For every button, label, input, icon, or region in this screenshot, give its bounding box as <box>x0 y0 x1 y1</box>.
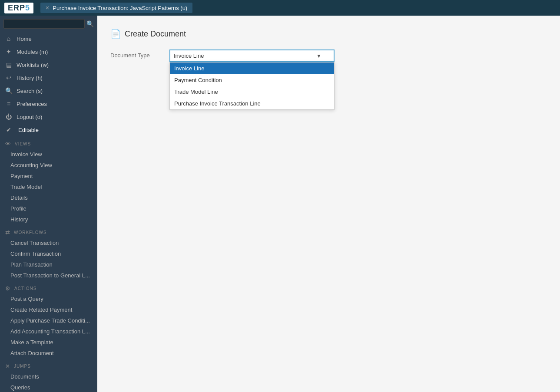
sidebar-item-make-template[interactable]: Make a Template <box>0 337 97 348</box>
nav-editable[interactable]: ✔ Editable <box>0 123 97 136</box>
section-views: 👁 VIEWS <box>0 136 97 149</box>
section-workflows: ⇄ WORKFLOWS <box>0 225 97 237</box>
sidebar-item-profile[interactable]: Profile <box>0 203 97 214</box>
jumps-section-label: JUMPS <box>14 364 31 369</box>
dropdown-option-invoice-line[interactable]: Invoice Line <box>170 63 334 74</box>
page-title: Create Document <box>125 30 186 39</box>
nav-preferences[interactable]: ≡ Preferences <box>0 97 97 110</box>
nav-home-label: Home <box>17 36 32 42</box>
nav-editable-label: Editable <box>18 127 39 133</box>
jumps-section-icon: ✕ <box>5 363 10 369</box>
nav-search-icon: 🔍 <box>5 87 12 94</box>
sidebar-item-details[interactable]: Details <box>0 192 97 203</box>
nav-home[interactable]: ⌂ Home <box>0 32 97 45</box>
sidebar-item-history[interactable]: History <box>0 214 97 225</box>
tab-close-icon[interactable]: × <box>46 4 49 11</box>
nav-logout[interactable]: ⏻ Logout (o) <box>0 110 97 123</box>
workflows-section-icon: ⇄ <box>5 229 10 236</box>
sidebar-item-documents[interactable]: Documents <box>0 371 97 382</box>
dropdown-option-trade-model-line[interactable]: Trade Model Line <box>170 86 334 98</box>
nav-worklists-label: Worklists (w) <box>17 62 49 68</box>
search-icon[interactable]: 🔍 <box>86 20 94 27</box>
sidebar-item-queries[interactable]: Queries <box>0 382 97 392</box>
nav-worklists[interactable]: ▤ Worklists (w) <box>0 58 97 71</box>
actions-section-label: ACTIONS <box>14 286 36 291</box>
history-icon: ↩ <box>5 74 12 81</box>
dropdown-option-payment-condition[interactable]: Payment Condition <box>170 74 334 86</box>
document-icon: 📄 <box>110 29 121 39</box>
home-icon: ⌂ <box>5 35 12 42</box>
sidebar-item-apply-purchase-trade[interactable]: Apply Purchase Trade Conditi... <box>0 315 97 326</box>
section-jumps: ✕ JUMPS <box>0 359 97 371</box>
nav-search[interactable]: 🔍 Search (s) <box>0 84 97 97</box>
sidebar: 🔍 ⌂ Home ✦ Modules (m) ▤ Worklists (w) ↩… <box>0 16 97 392</box>
nav-preferences-label: Preferences <box>17 101 47 107</box>
logo: ERP5 <box>4 3 33 13</box>
document-type-label: Document Type <box>110 49 162 59</box>
nav-history[interactable]: ↩ History (h) <box>0 71 97 84</box>
create-document-header: 📄 Create Document <box>110 29 547 39</box>
sidebar-item-invoice-view[interactable]: Invoice View <box>0 149 97 160</box>
nav-modules[interactable]: ✦ Modules (m) <box>0 45 97 58</box>
dropdown-arrow-icon: ▼ <box>316 53 321 59</box>
select-value: Invoice Line <box>174 53 204 59</box>
nav-modules-label: Modules (m) <box>17 49 48 55</box>
tab-title-text: Purchase Invoice Transaction: JavaScript… <box>53 5 187 11</box>
actions-section-icon: ⚙ <box>5 285 11 292</box>
sidebar-item-payment[interactable]: Payment <box>0 171 97 181</box>
worklists-icon: ▤ <box>5 61 12 68</box>
topbar: ERP5 × Purchase Invoice Transaction: Jav… <box>0 0 560 16</box>
workflows-section-label: WORKFLOWS <box>14 230 47 235</box>
views-section-icon: 👁 <box>5 141 11 147</box>
sidebar-item-plan-transaction[interactable]: Plan Transaction <box>0 259 97 270</box>
sidebar-item-post-query[interactable]: Post a Query <box>0 293 97 304</box>
sidebar-item-accounting-view[interactable]: Accounting View <box>0 160 97 171</box>
nav-search-label: Search (s) <box>17 88 43 94</box>
sidebar-item-post-transaction[interactable]: Post Transaction to General L... <box>0 270 97 281</box>
search-input[interactable] <box>3 19 85 29</box>
form-row-document-type: Document Type Invoice Line ▼ Invoice Lin… <box>110 49 547 62</box>
tab-title[interactable]: × Purchase Invoice Transaction: JavaScri… <box>40 3 192 13</box>
logout-icon: ⏻ <box>5 113 12 120</box>
document-type-select[interactable]: Invoice Line ▼ <box>169 49 335 62</box>
dropdown-option-purchase-invoice-line[interactable]: Purchase Invoice Transaction Line <box>170 98 334 109</box>
main-content: 📄 Create Document Document Type Invoice … <box>97 16 560 392</box>
sidebar-item-add-accounting-transaction[interactable]: Add Accounting Transaction L... <box>0 326 97 337</box>
sidebar-item-trade-model[interactable]: Trade Model <box>0 181 97 192</box>
views-section-label: VIEWS <box>15 142 31 146</box>
nav-logout-label: Logout (o) <box>17 114 42 120</box>
preferences-icon: ≡ <box>5 100 12 107</box>
document-type-select-container: Invoice Line ▼ Invoice Line Payment Cond… <box>169 49 335 62</box>
modules-icon: ✦ <box>5 48 12 55</box>
section-actions: ⚙ ACTIONS <box>0 281 97 293</box>
dropdown-list: Invoice Line Payment Condition Trade Mod… <box>169 62 335 110</box>
sidebar-item-confirm-transaction[interactable]: Confirm Transaction <box>0 248 97 259</box>
nav-history-label: History (h) <box>17 75 43 81</box>
sidebar-item-create-related-payment[interactable]: Create Related Payment <box>0 304 97 315</box>
sidebar-item-cancel-transaction[interactable]: Cancel Transaction <box>0 237 97 248</box>
editable-check-icon: ✔ <box>5 126 12 133</box>
sidebar-item-attach-document[interactable]: Attach Document <box>0 348 97 359</box>
sidebar-search-area: 🔍 <box>0 16 97 32</box>
